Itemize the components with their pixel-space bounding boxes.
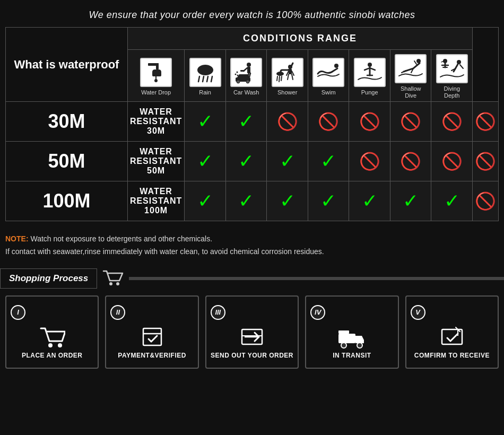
step-label: PLACE AN ORDER [22, 352, 83, 360]
svg-point-19 [237, 80, 240, 83]
condition-shallow-dive: ShallowDive [390, 50, 431, 102]
step-number: III [211, 305, 225, 320]
shopping-title-box: Shopping Process [0, 268, 97, 289]
result-cell: 🚫 [349, 142, 390, 181]
cross-mark: 🚫 [400, 152, 421, 171]
svg-rect-49 [338, 330, 349, 334]
m-label: 50M [6, 142, 128, 181]
table-row: 100MWATER RESISTANT 100M✓✓✓✓✓✓✓🚫 [6, 181, 499, 221]
cross-mark: 🚫 [277, 112, 298, 131]
svg-line-25 [281, 76, 282, 81]
condition-water-drop: Water Drop [127, 50, 184, 102]
step-number: V [411, 305, 425, 320]
check-mark: ✓ [403, 190, 419, 212]
shallow-dive-label: ShallowDive [393, 85, 429, 99]
check-mark: ✓ [197, 110, 213, 132]
result-cell: 🚫 [308, 102, 349, 142]
car-wash-label: Car Wash [228, 89, 265, 96]
result-cell: ✓ [267, 142, 308, 181]
note-line2: If contact with seawater,rinse immediate… [5, 247, 324, 256]
shower-label: Shower [269, 89, 306, 96]
shallow-dive-icon [395, 54, 427, 83]
check-mark: ✓ [238, 110, 254, 132]
result-cell: ✓ [267, 181, 308, 221]
rain-icon [189, 58, 221, 87]
car-wash-icon [230, 58, 262, 87]
svg-point-6 [197, 65, 213, 75]
step-number: II [110, 305, 125, 320]
diving-depth-icon [436, 54, 468, 83]
svg-rect-41 [143, 328, 161, 345]
swim-label: Swim [310, 89, 347, 96]
svg-line-23 [277, 76, 277, 81]
cross-mark: 🚫 [400, 112, 421, 131]
top-banner: We ensure that your order every watch is… [0, 0, 504, 27]
step-icon-cart [39, 325, 65, 349]
result-cell: 🚫 [473, 102, 499, 142]
table-row: 50MWATER RESISTANT 50M✓✓✓✓🚫🚫🚫🚫 [6, 142, 499, 181]
condition-swim: Swim [308, 50, 349, 102]
diving-depth-label: DivingDepth [433, 85, 470, 99]
svg-point-48 [357, 343, 362, 348]
m-text: WATER RESISTANT 50M [127, 142, 184, 181]
cross-mark: 🚫 [441, 112, 463, 131]
punge-label: Punge [351, 89, 388, 96]
step-icon-sendout [239, 325, 265, 349]
shopping-header: Shopping Process [0, 268, 504, 289]
conditions-header: CONDITIONS RANGE [127, 28, 472, 50]
svg-point-16 [235, 73, 237, 75]
shopping-title: Shopping Process [9, 273, 88, 283]
step-number: I [11, 305, 25, 320]
cross-mark: 🚫 [359, 112, 380, 131]
svg-line-24 [279, 76, 280, 82]
svg-rect-4 [155, 76, 157, 80]
result-cell: ✓ [225, 102, 267, 142]
m-text: WATER RESISTANT 100M [127, 181, 184, 221]
result-cell: ✓ [225, 142, 267, 181]
check-mark: ✓ [362, 190, 378, 212]
cart-icon-box [97, 268, 129, 289]
result-cell: ✓ [390, 181, 431, 221]
svg-point-22 [276, 72, 284, 76]
check-mark: ✓ [280, 190, 296, 212]
check-mark: ✓ [197, 150, 213, 172]
svg-rect-50 [442, 329, 462, 344]
note-section: NOTE: Watch not exposure to detergents a… [0, 227, 504, 263]
svg-point-38 [116, 282, 119, 285]
result-cell: 🚫 [431, 142, 473, 181]
step-icon-transit [337, 325, 366, 349]
result-cell: ✓ [185, 142, 226, 181]
step-icon-receive [439, 325, 465, 349]
step-icon-payment [139, 325, 166, 349]
svg-rect-27 [289, 69, 292, 74]
check-mark: ✓ [320, 150, 336, 172]
result-cell: ✓ [431, 181, 473, 221]
step-label: SEND OUT YOUR ORDER [211, 352, 293, 360]
table-row: 30MWATER RESISTANT 30M✓✓🚫🚫🚫🚫🚫🚫 [6, 102, 499, 142]
svg-rect-14 [240, 70, 245, 72]
water-drop-icon [140, 58, 172, 87]
condition-punge: Punge [349, 50, 390, 102]
rain-label: Rain [187, 89, 223, 96]
cross-mark: 🚫 [359, 152, 380, 171]
step-label: COMFIRM TO RECEIVE [414, 352, 490, 360]
check-mark: ✓ [320, 190, 336, 212]
cross-mark: 🚫 [318, 112, 339, 131]
check-mark: ✓ [280, 150, 296, 172]
check-mark: ✓ [238, 190, 254, 212]
check-mark: ✓ [197, 190, 213, 212]
result-cell: ✓ [225, 181, 267, 221]
result-cell: 🚫 [473, 142, 499, 181]
result-cell: 🚫 [267, 102, 308, 142]
result-cell: 🚫 [390, 142, 431, 181]
what-is-waterproof-label: What is waterproof [6, 28, 128, 102]
step-number: IV [310, 305, 325, 320]
svg-point-12 [247, 63, 251, 67]
result-cell: 🚫 [473, 181, 499, 221]
check-mark: ✓ [238, 150, 254, 172]
result-cell: ✓ [185, 102, 226, 142]
condition-car-wash: Car Wash [225, 50, 267, 102]
note-line1: Watch not exposure to detergents and oth… [29, 234, 213, 243]
step-box: IV IN TRANSIT [305, 295, 398, 369]
cross-mark: 🚫 [441, 152, 463, 171]
